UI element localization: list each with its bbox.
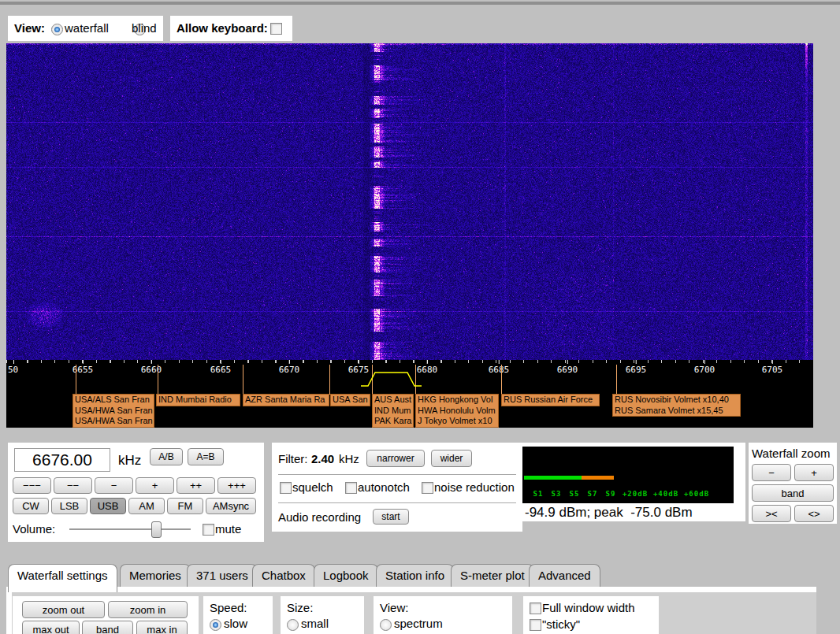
divider [278,502,516,503]
station-marker-line [329,365,330,395]
panel-zoom-out-button[interactable]: zoom out [22,601,105,618]
radio-waterfall-label[interactable]: waterfall [65,21,109,35]
step-up-3-button[interactable]: +++ [217,477,256,494]
tick-label: 6670 [279,365,300,375]
noise-reduction-label[interactable]: noise reduction [434,480,515,494]
station-marker-line [415,365,416,395]
radio-speed-slow[interactable] [210,619,221,631]
smeter-scale-label: +40dB [653,490,678,498]
panel-zoom-in-button[interactable]: zoom in [108,601,188,618]
volume-slider-track[interactable] [69,528,191,530]
radio-view-spectrum[interactable] [380,619,392,631]
station-label[interactable]: RUS Russian Air Force [501,394,600,406]
allow-keyboard-label: Allow keyboard: [177,21,268,35]
station-label[interactable]: AUS Aust IND Mum PAK Kara [372,394,414,428]
tick-label: 6660 [141,365,162,375]
start-recording-button[interactable]: start [373,509,409,525]
panel-band-button[interactable]: band [82,621,133,634]
mode-amsync-button[interactable]: AMsync [206,498,256,514]
tick-label: 6705 [762,365,783,375]
tab-waterfall-settings[interactable]: Waterfall settings [8,564,117,592]
step-down-1-button[interactable]: − [95,477,133,494]
divider [278,474,516,475]
mode-cw-button[interactable]: CW [13,498,49,514]
panel-max-in-button[interactable]: max in [136,621,188,634]
radio-speed-slow-label[interactable]: slow [224,617,247,630]
autonotch-label[interactable]: autonotch [358,480,410,494]
tuner-panel: kHz A/B A=B −−− −− − + ++ +++ CW LSB USB… [8,443,264,542]
station-marker-line [501,365,502,395]
tab-logbook[interactable]: Logbook [314,564,378,587]
volume-slider-thumb[interactable] [151,521,162,538]
view-label: View: [14,21,45,35]
waterfall-display[interactable] [6,43,813,360]
mode-fm-button[interactable]: FM [167,498,203,514]
tab-advanced[interactable]: Advanced [529,564,600,587]
wf-zoom-in-button[interactable]: + [794,464,834,481]
station-marker-line [243,365,243,395]
radio-view-spectrum-label[interactable]: spectrum [394,617,443,630]
websdr-app: View: waterfall blind Allow keyboard: 50… [0,0,840,634]
full-window-width-checkbox[interactable] [530,602,541,614]
panel-max-out-button[interactable]: max out [22,621,80,634]
smeter-bar-orange [582,476,614,480]
radio-blind-label[interactable]: blind [132,21,157,35]
tab-chatbox[interactable]: Chatbox [252,564,315,587]
sticky-label[interactable]: "sticky" [542,617,580,631]
step-up-2-button[interactable]: ++ [177,477,215,494]
noise-reduction-checkbox[interactable] [422,482,433,494]
wider-button[interactable]: wider [431,450,472,467]
waterfall-zoom-title: Waterfall zoom [752,447,830,460]
tab-memories[interactable]: Memories [120,564,191,587]
station-label[interactable]: USA/ALS San Fran USA/HWA San Fran USA/HW… [72,394,154,428]
autonotch-checkbox[interactable] [345,482,357,494]
smeter-scale-label: S7 [588,490,598,498]
station-label[interactable]: HKG Hongkong Vol HWA Honolulu Volm J Tok… [415,394,499,428]
squelch-checkbox[interactable] [280,482,292,494]
station-label[interactable]: AZR Santa Maria Ra [243,394,329,406]
frequency-input[interactable] [14,448,110,472]
mode-am-button[interactable]: AM [128,498,165,514]
allow-keyboard-checkbox[interactable] [270,23,282,35]
narrower-button[interactable]: narrower [366,450,425,467]
tick-label: 6680 [417,365,438,375]
radio-waterfall[interactable] [51,24,63,35]
smeter-scale-label: +60dB [684,490,709,498]
mode-lsb-button[interactable]: LSB [51,498,87,514]
tab-station-info[interactable]: Station info [376,564,454,587]
wf-zoom-out-button[interactable]: − [752,464,791,481]
a-eq-b-button[interactable]: A=B [188,448,224,465]
tick-label: 50 [8,365,18,375]
allow-keyboard-box: Allow keyboard: [170,16,292,41]
station-label[interactable]: IND Mumbai Radio [156,394,240,406]
wf-band-button[interactable]: band [752,484,834,502]
mute-checkbox[interactable] [203,524,214,536]
tick-label: 6685 [489,365,510,375]
step-up-1-button[interactable]: + [136,477,174,494]
step-down-3-button[interactable]: −−− [13,477,51,494]
radio-size-small[interactable] [287,619,299,631]
radio-size-small-label[interactable]: small [301,617,329,630]
step-down-2-button[interactable]: −− [54,477,92,494]
station-label[interactable]: RUS Novosibir Volmet x10,40 RUS Samara V… [612,394,741,417]
audio-recording-label: Audio recording [278,510,361,524]
sticky-checkbox[interactable] [530,619,541,631]
wf-expand-button[interactable]: <> [794,505,834,522]
station-marker-line [158,365,158,395]
tab-smeter-plot[interactable]: S-meter plot [451,564,534,587]
mute-label[interactable]: mute [215,522,241,536]
wf-squeeze-button[interactable]: >< [752,505,791,522]
waterfall-zoom-panel: Waterfall zoom − + band >< <> [749,443,837,524]
ab-button[interactable]: A/B [150,448,183,465]
frequency-scale[interactable]: 50 6655 6660 6665 6670 6675 6680 6685 66… [6,360,813,428]
full-window-width-label[interactable]: Full window width [542,601,635,614]
view-box: View: spectrum [374,596,512,634]
filter-label: Filter: [278,452,308,465]
station-label[interactable]: USA San [330,394,370,406]
filter-unit: kHz [339,452,359,465]
mode-usb-button[interactable]: USB [90,498,126,514]
khz-label: kHz [118,453,141,469]
tick-label: 6700 [694,365,715,375]
tab-users[interactable]: 371 users [187,564,258,587]
squelch-label[interactable]: squelch [292,480,333,494]
